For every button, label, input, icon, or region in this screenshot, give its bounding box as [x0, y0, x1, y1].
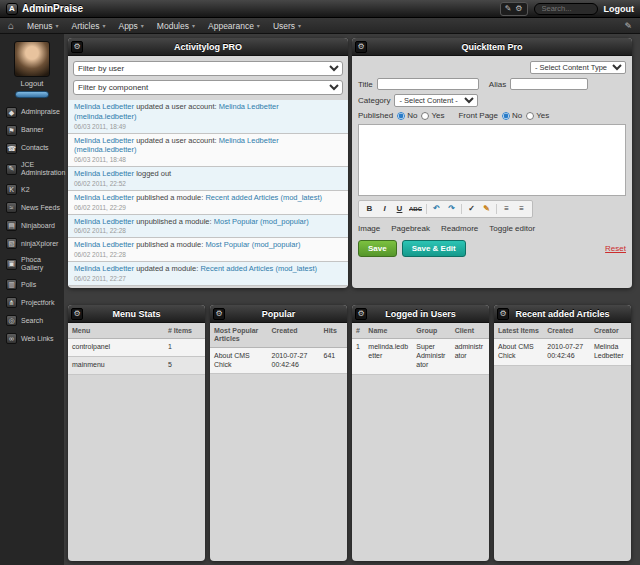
- bullet-list-icon[interactable]: ≡: [501, 203, 512, 215]
- frontpage-no-radio[interactable]: [502, 112, 510, 120]
- frontpage-yes-option[interactable]: Yes: [526, 111, 549, 120]
- undo-icon[interactable]: ↶: [431, 203, 442, 215]
- menu-item-users[interactable]: Users▾: [273, 21, 301, 31]
- activity-target-link[interactable]: Most Popular (mod_popular): [214, 217, 309, 226]
- activity-entry: Melinda Ledbetter updated a module: Rece…: [68, 262, 348, 286]
- gear-icon[interactable]: ⚙: [355, 308, 367, 320]
- activity-user-link[interactable]: Melinda Ledbetter: [74, 169, 134, 178]
- content-type-select[interactable]: - Select Content Type -: [530, 61, 626, 74]
- menu-item-menus[interactable]: Menus▾: [27, 21, 59, 31]
- menu-item-appearance[interactable]: Appearance▾: [208, 21, 260, 31]
- activity-target-link[interactable]: Recent added Articles (mod_latest): [200, 264, 317, 273]
- logout-link[interactable]: Logout: [604, 4, 635, 14]
- sidebar-item-contacts[interactable]: ☎Contacts: [6, 143, 62, 154]
- ninjaxplorer-icon: ▧: [6, 238, 17, 249]
- sidebar-item-k2[interactable]: KK2: [6, 184, 62, 195]
- column-header: Created: [543, 323, 590, 339]
- activity-entry: Melinda Ledbetter updated a user account…: [68, 134, 348, 168]
- spellcheck-icon[interactable]: ✓: [466, 203, 477, 215]
- activity-user-link[interactable]: Melinda Ledbetter: [74, 193, 134, 202]
- logged-in-users-table: # Name Group Client 1 melinda.ledbetter …: [352, 323, 489, 375]
- table-row: About CMS Chick 2010-07-27 00:42:46 641: [210, 347, 347, 374]
- gear-icon[interactable]: ⚙: [71, 308, 83, 320]
- save-and-edit-button[interactable]: Save & Edit: [402, 240, 466, 257]
- activity-user-link[interactable]: Melinda Ledbetter: [74, 136, 134, 145]
- activity-target-link[interactable]: Most Popular (mod_popular): [205, 240, 300, 249]
- numbered-list-icon[interactable]: ≡: [516, 203, 527, 215]
- title-field[interactable]: [377, 78, 479, 90]
- sidebar-item-projectfork[interactable]: ⋔Projectfork: [6, 297, 62, 308]
- gear-icon[interactable]: ⚙: [497, 308, 509, 320]
- category-select[interactable]: - Select Content -: [394, 94, 478, 107]
- quickitem-header: ⚙ QuickItem Pro: [352, 38, 632, 56]
- activity-user-link[interactable]: Melinda Ledbetter: [74, 240, 134, 249]
- activity-target-link[interactable]: Recent added Articles (mod_latest): [205, 193, 322, 202]
- topbar: A AdminPraise ✎ ⚙ Logout: [0, 0, 640, 18]
- gear-icon[interactable]: ⚙: [213, 308, 225, 320]
- italic-icon[interactable]: I: [379, 203, 390, 215]
- frontpage-yes-radio[interactable]: [526, 112, 534, 120]
- logged-in-users-header: ⚙ Logged in Users: [352, 305, 489, 323]
- published-yes-option[interactable]: Yes: [421, 111, 444, 120]
- chevron-down-icon: ▾: [192, 22, 195, 29]
- sidebar-item-web-links[interactable]: ∞Web Links: [6, 333, 62, 344]
- sidebar-item-jce-administration[interactable]: ✎JCE Administration: [6, 161, 62, 177]
- tools-icon[interactable]: ⚙: [515, 4, 522, 14]
- underline-icon[interactable]: U: [394, 203, 405, 215]
- sidebar-item-phoca-gallery[interactable]: ▣Phoca Gallery: [6, 256, 62, 272]
- sidebar-item-ninjaboard[interactable]: ▤Ninjaboard: [6, 220, 62, 231]
- save-button[interactable]: Save: [358, 240, 397, 257]
- sidebar-logout-link[interactable]: Logout: [21, 79, 44, 88]
- frontpage-label: Front Page: [458, 111, 498, 120]
- frontpage-no-option[interactable]: No: [502, 111, 522, 120]
- sidebar-item-search[interactable]: ◎Search: [6, 315, 62, 326]
- toolbar-divider: [496, 204, 497, 214]
- redo-icon[interactable]: ↷: [446, 203, 457, 215]
- sidebar-user-badge[interactable]: [15, 91, 49, 98]
- activity-user-link[interactable]: Melinda Ledbetter: [74, 264, 134, 273]
- sidebar-item-news-feeds[interactable]: ≈News Feeds: [6, 202, 62, 213]
- sidebar-item-ninjaxplorer[interactable]: ▧ninjaXplorer: [6, 238, 62, 249]
- activitylog-header: ⚙ Activitylog PRO: [68, 38, 348, 56]
- filter-by-user-select[interactable]: Filter by user: [73, 61, 343, 76]
- sidebar-item-adminpraise[interactable]: ◆Adminpraise: [6, 107, 62, 118]
- search-input[interactable]: [534, 3, 598, 15]
- published-no-radio[interactable]: [397, 112, 405, 120]
- strikethrough-icon[interactable]: ABC: [409, 203, 422, 215]
- avatar[interactable]: [14, 41, 50, 77]
- sidebar-item-banner[interactable]: ⚑Banner: [6, 125, 62, 136]
- table-row: mainmenu5: [68, 357, 205, 375]
- ninjaboard-icon: ▤: [6, 220, 17, 231]
- published-no-option[interactable]: No: [397, 111, 417, 120]
- menu-item-articles[interactable]: Articles▾: [72, 21, 106, 31]
- home-icon[interactable]: ⌂: [8, 21, 14, 31]
- category-label: Category: [358, 96, 390, 105]
- sidebar-item-polls[interactable]: ▥Polls: [6, 279, 62, 290]
- editor-textarea[interactable]: [358, 124, 626, 196]
- filter-by-component-select[interactable]: Filter by component: [73, 80, 343, 95]
- activity-date: 06/02 2011, 22:29: [74, 204, 342, 211]
- menu-item-apps[interactable]: Apps▾: [118, 21, 143, 31]
- editor-text-buttons: Image Pagebreak Readmore Toggle editor: [358, 224, 626, 233]
- reset-link[interactable]: Reset: [605, 244, 626, 253]
- editor-toolbar: B I U ABC ↶ ↷ ✓ ✎ ≡ ≡: [358, 200, 533, 218]
- projectfork-icon: ⋔: [6, 297, 17, 308]
- column-header: Latest Items: [494, 323, 543, 339]
- pagebreak-button[interactable]: Pagebreak: [391, 224, 430, 233]
- published-yes-radio[interactable]: [421, 112, 429, 120]
- gear-icon[interactable]: ⚙: [71, 41, 83, 53]
- activity-user-link[interactable]: Melinda Ledbetter: [74, 102, 134, 111]
- edit-icon[interactable]: ✎: [624, 21, 632, 31]
- toggle-editor-button[interactable]: Toggle editor: [489, 224, 535, 233]
- readmore-button[interactable]: Readmore: [441, 224, 478, 233]
- menu-item-modules[interactable]: Modules▾: [157, 21, 195, 31]
- bold-icon[interactable]: B: [364, 203, 375, 215]
- activity-user-link[interactable]: Melinda Ledbetter: [74, 217, 134, 226]
- image-button[interactable]: Image: [358, 224, 380, 233]
- edit-icon[interactable]: ✎: [505, 4, 512, 14]
- panel-title: Popular: [262, 309, 296, 319]
- gear-icon[interactable]: ⚙: [355, 41, 367, 53]
- alias-field[interactable]: [510, 78, 588, 90]
- column-header: Most Popular Articles: [210, 323, 268, 347]
- highlight-icon[interactable]: ✎: [481, 203, 492, 215]
